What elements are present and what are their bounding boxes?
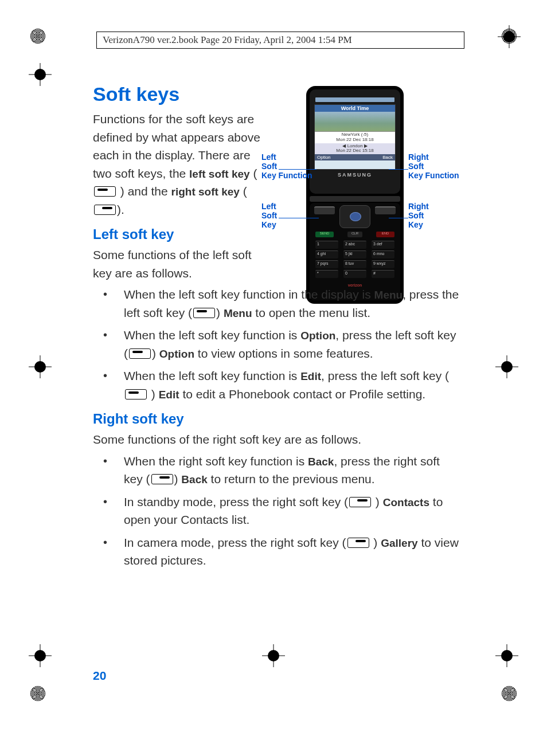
registration-mark — [30, 686, 45, 701]
svg-point-11 — [34, 650, 46, 661]
page-content: Soft keys Functions for the soft keys ar… — [93, 83, 460, 574]
svg-point-5 — [34, 361, 46, 373]
left-intro: Some functions of the left soft key are … — [93, 246, 265, 282]
crop-mark-icon — [29, 63, 52, 86]
crop-mark-icon — [498, 25, 521, 48]
left-bullet-list: When the left soft key function in the d… — [93, 285, 460, 403]
list-item: When the left soft key function is Optio… — [93, 326, 460, 362]
intro-paragraph: Functions for the soft keys are defined … — [93, 110, 262, 218]
list-item: When the left soft key function in the d… — [93, 285, 460, 322]
list-item: In standby mode, press the right soft ke… — [93, 493, 460, 529]
right-softkey-icon — [349, 497, 371, 507]
print-header: VerizonA790 ver.2.book Page 20 Friday, A… — [96, 32, 464, 49]
list-item: When the right soft key function is Back… — [93, 452, 460, 488]
right-softkey-icon — [151, 474, 173, 484]
left-softkey-icon — [125, 389, 147, 399]
svg-point-17 — [501, 650, 513, 661]
registration-mark — [502, 686, 517, 701]
heading-soft-keys: Soft keys — [93, 83, 460, 105]
right-intro: Some functions of the right soft key are… — [93, 430, 460, 449]
left-softkey-icon — [193, 308, 215, 318]
crop-mark-icon — [29, 355, 52, 378]
right-softkey-icon — [94, 205, 116, 215]
heading-right-soft-key: Right soft key — [93, 411, 460, 427]
heading-left-soft-key: Left soft key — [93, 226, 460, 242]
left-softkey-icon — [94, 186, 116, 197]
svg-point-20 — [503, 31, 515, 42]
page-number: 20 — [93, 669, 106, 683]
svg-point-2 — [34, 69, 46, 80]
svg-point-8 — [501, 361, 513, 373]
list-item: When the left soft key function is Edit,… — [93, 367, 460, 403]
crop-mark-icon — [495, 644, 518, 667]
left-softkey-icon — [129, 348, 151, 359]
svg-point-14 — [268, 650, 279, 661]
list-item: In camera mode, press the right soft key… — [93, 534, 460, 570]
crop-mark-icon — [29, 644, 52, 667]
crop-mark-icon — [262, 644, 285, 667]
right-bullet-list: When the right soft key function is Back… — [93, 452, 460, 570]
right-softkey-icon — [347, 538, 369, 548]
crop-mark-icon — [495, 355, 518, 378]
registration-mark — [30, 29, 45, 44]
